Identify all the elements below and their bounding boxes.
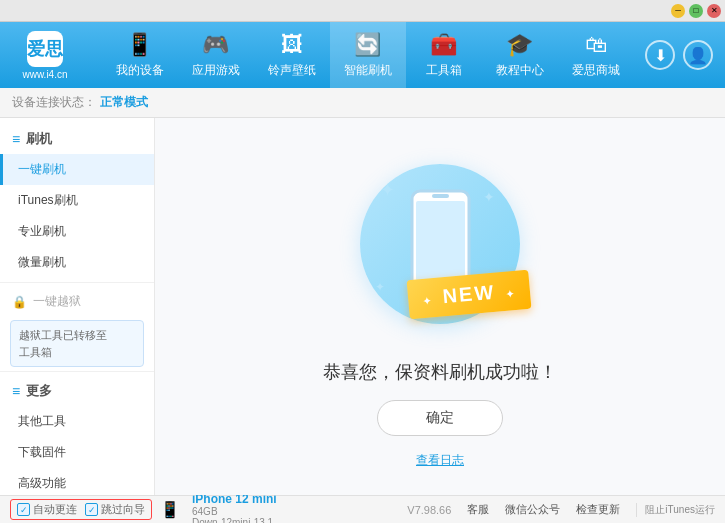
skip-wizard-checkbox[interactable]: ✓: [85, 503, 98, 516]
minimize-button[interactable]: ─: [671, 4, 685, 18]
sidebar-divider-1: [0, 282, 154, 283]
lock-label: 一键越狱: [33, 293, 81, 310]
bottom-right: V7.98.66 客服 微信公众号 检查更新 阻止iTunes运行: [407, 502, 715, 517]
lock-icon: 🔒: [12, 295, 27, 309]
notice-text: 越狱工具已转移至工具箱: [19, 329, 107, 358]
review-log-link[interactable]: 查看日志: [416, 452, 464, 469]
main-layout: ≡ 刷机 一键刷机 iTunes刷机 专业刷机 微量刷机 🔒 一键越狱 越狱工具…: [0, 118, 725, 495]
sidebar-item-one-click-flash[interactable]: 一键刷机: [0, 154, 154, 185]
status-label: 设备连接状态：: [12, 94, 96, 111]
sparkle-1: ✦: [380, 179, 395, 201]
download-button[interactable]: ⬇: [645, 40, 675, 70]
device-capacity: 64GB: [192, 506, 277, 517]
auto-connect-checkbox-item[interactable]: ✓ 自动更连: [17, 502, 77, 517]
advanced-label: 高级功能: [18, 475, 66, 492]
phone-circle: ✦ ✦ ✦ NEW: [360, 164, 520, 324]
customer-service-link[interactable]: 客服: [467, 502, 489, 517]
checkbox-group: ✓ 自动更连 ✓ 跳过向导: [10, 499, 152, 520]
confirm-button[interactable]: 确定: [377, 400, 503, 436]
other-tools-label: 其他工具: [18, 413, 66, 430]
sidebar-divider-2: [0, 371, 154, 372]
sidebar-item-download-firmware[interactable]: 下载固件: [0, 437, 154, 468]
bottom-left: ✓ 自动更连 ✓ 跳过向导 📱 iPhone 12 mini 64GB Down…: [10, 492, 407, 524]
device-info: iPhone 12 mini 64GB Down-12mini-13,1: [192, 492, 277, 524]
shop-icon: 🛍: [585, 32, 607, 58]
nav-item-wallpaper[interactable]: 🖼 铃声壁纸: [254, 22, 330, 88]
success-container: ✦ ✦ ✦ NEW 恭喜您，保资料刷机成功啦！: [323, 144, 557, 469]
success-title: 恭喜您，保资料刷机成功啦！: [323, 360, 557, 384]
nav-label-my-device: 我的设备: [116, 62, 164, 79]
data-flash-label: 微量刷机: [18, 254, 66, 271]
content-area: ✦ ✦ ✦ NEW 恭喜您，保资料刷机成功啦！: [155, 118, 725, 495]
tutorial-icon: 🎓: [506, 32, 533, 58]
auto-connect-label: 自动更连: [33, 502, 77, 517]
itunes-flash-label: iTunes刷机: [18, 192, 78, 209]
nav-item-shop[interactable]: 🛍 爱思商城: [558, 22, 634, 88]
toolbox-icon: 🧰: [430, 32, 457, 58]
logo-icon: 爱思: [27, 31, 63, 67]
nav-item-apps-games[interactable]: 🎮 应用游戏: [178, 22, 254, 88]
sidebar-item-data-flash[interactable]: 微量刷机: [0, 247, 154, 278]
svg-rect-1: [416, 201, 465, 281]
sidebar-item-pro-flash[interactable]: 专业刷机: [0, 216, 154, 247]
nav-label-wallpaper: 铃声壁纸: [268, 62, 316, 79]
user-button[interactable]: 👤: [683, 40, 713, 70]
auto-connect-checkbox[interactable]: ✓: [17, 503, 30, 516]
sidebar-lock-item: 🔒 一键越狱: [0, 287, 154, 316]
skip-wizard-checkbox-item[interactable]: ✓ 跳过向导: [85, 502, 145, 517]
sidebar-item-other-tools[interactable]: 其他工具: [0, 406, 154, 437]
nav-label-shop: 爱思商城: [572, 62, 620, 79]
wallpaper-icon: 🖼: [281, 32, 303, 58]
phone-illustration: ✦ ✦ ✦ NEW: [340, 144, 540, 344]
nav-item-tutorial[interactable]: 🎓 教程中心: [482, 22, 558, 88]
device-phone-icon: 📱: [160, 500, 180, 519]
more-section-icon: ≡: [12, 383, 20, 399]
nav-bar: 📱 我的设备 🎮 应用游戏 🖼 铃声壁纸 🔄 智能刷机 🧰 工具箱 🎓 教程中心…: [90, 22, 645, 88]
status-value: 正常模式: [100, 94, 148, 111]
sidebar-section-flash-label: 刷机: [26, 130, 52, 148]
sparkle-3: ✦: [375, 280, 385, 294]
skip-wizard-label: 跳过向导: [101, 502, 145, 517]
download-firmware-label: 下载固件: [18, 444, 66, 461]
version-text: V7.98.66: [407, 504, 451, 516]
svg-rect-2: [432, 194, 449, 198]
wechat-public-link[interactable]: 微信公众号: [505, 502, 560, 517]
sidebar-section-more-label: 更多: [26, 382, 52, 400]
my-device-icon: 📱: [126, 32, 153, 58]
sidebar-item-itunes-flash[interactable]: iTunes刷机: [0, 185, 154, 216]
pro-flash-label: 专业刷机: [18, 223, 66, 240]
apps-games-icon: 🎮: [202, 32, 229, 58]
nav-item-smart-flash[interactable]: 🔄 智能刷机: [330, 22, 406, 88]
nav-label-tutorial: 教程中心: [496, 62, 544, 79]
close-button[interactable]: ✕: [707, 4, 721, 18]
title-bar: ─ □ ✕: [0, 0, 725, 22]
nav-label-toolbox: 工具箱: [426, 62, 462, 79]
check-update-link[interactable]: 检查更新: [576, 502, 620, 517]
flash-section-icon: ≡: [12, 131, 20, 147]
smart-flash-icon: 🔄: [354, 32, 381, 58]
sidebar-section-flash: ≡ 刷机: [0, 124, 154, 154]
nav-label-smart-flash: 智能刷机: [344, 62, 392, 79]
status-bar: 设备连接状态： 正常模式: [0, 88, 725, 118]
logo-text: www.i4.cn: [22, 69, 67, 80]
nav-item-my-device[interactable]: 📱 我的设备: [102, 22, 178, 88]
logo: 爱思 www.i4.cn: [0, 31, 90, 80]
notice-box: 越狱工具已转移至工具箱: [10, 320, 144, 367]
maximize-button[interactable]: □: [689, 4, 703, 18]
sidebar: ≡ 刷机 一键刷机 iTunes刷机 专业刷机 微量刷机 🔒 一键越狱 越狱工具…: [0, 118, 155, 495]
sidebar-section-more: ≡ 更多: [0, 376, 154, 406]
nav-item-toolbox[interactable]: 🧰 工具箱: [406, 22, 482, 88]
one-click-flash-label: 一键刷机: [18, 161, 66, 178]
nav-right: ⬇ 👤: [645, 40, 725, 70]
nav-label-apps-games: 应用游戏: [192, 62, 240, 79]
sparkle-2: ✦: [483, 189, 495, 205]
bottom-bar: ✓ 自动更连 ✓ 跳过向导 📱 iPhone 12 mini 64GB Down…: [0, 495, 725, 523]
header: 爱思 www.i4.cn 📱 我的设备 🎮 应用游戏 🖼 铃声壁纸 🔄 智能刷机…: [0, 22, 725, 88]
itunes-status: 阻止iTunes运行: [636, 503, 715, 517]
device-model: Down-12mini-13,1: [192, 517, 277, 524]
